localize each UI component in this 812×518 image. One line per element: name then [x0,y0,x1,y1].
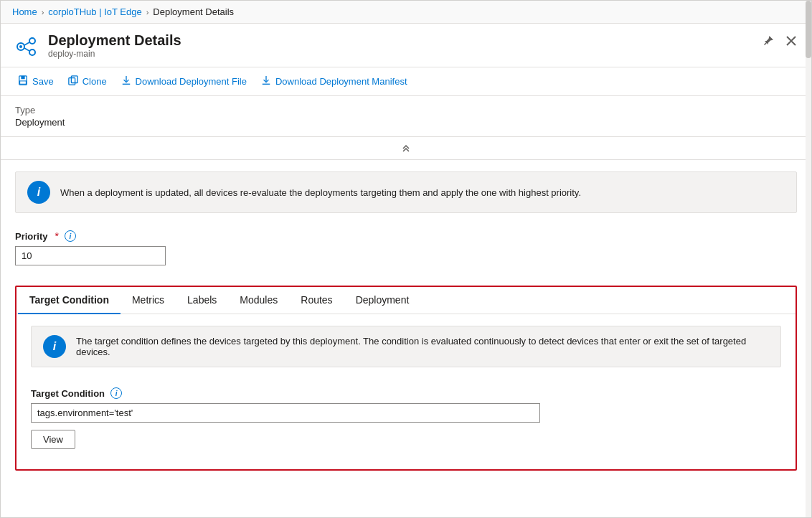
scrollbar-thumb[interactable] [806,1,811,58]
tab-target-condition[interactable]: Target Condition [18,287,121,314]
collapse-row [1,137,811,160]
breadcrumb-sep-1: › [42,8,44,17]
priority-label-row: Priority * i [15,230,797,242]
svg-rect-8 [20,81,27,84]
type-value: Deployment [15,117,797,128]
collapse-button[interactable] [395,140,417,156]
breadcrumb-iot-hub[interactable]: corploTHub | IoT Edge [48,6,141,17]
clone-icon [68,75,78,88]
type-label: Type [15,105,797,116]
svg-rect-10 [71,76,77,83]
priority-input[interactable] [15,246,166,265]
download-file-button[interactable]: Download Deployment File [115,72,252,91]
update-info-text: When a deployment is updated, all device… [60,187,581,198]
target-condition-input[interactable] [31,403,540,423]
svg-point-1 [29,38,35,44]
close-button[interactable] [783,32,800,50]
pin-button[interactable] [760,32,777,50]
info-icon-1: i [27,181,50,204]
target-condition-info-icon[interactable]: i [110,387,122,399]
download-file-icon [121,75,131,88]
panel-header: Deployment Details deploy-main [1,24,811,67]
view-button[interactable]: View [31,430,75,449]
svg-point-2 [29,50,35,55]
save-label: Save [32,76,54,87]
target-condition-label-row: Target Condition i [31,387,781,399]
target-condition-section: Target Condition i View [16,379,796,458]
target-condition-info-text: The target condition defines the devices… [76,336,769,357]
update-info-banner: i When a deployment is updated, all devi… [15,171,797,213]
toolbar: Save Clone Download Deployment File [1,67,811,96]
clone-button[interactable]: Clone [62,72,113,91]
svg-rect-9 [69,78,75,85]
tabs-section: Target Condition Metrics Labels Modules … [15,286,797,471]
required-star: * [55,230,59,242]
svg-line-4 [24,48,29,51]
breadcrumb: Home › corploTHub | IoT Edge › Deploymen… [1,1,811,24]
panel-subtitle: deploy-main [48,49,181,59]
download-manifest-label: Download Deployment Manifest [275,76,407,87]
svg-rect-7 [21,76,24,79]
svg-line-3 [24,42,29,45]
tab-modules[interactable]: Modules [228,287,289,314]
tab-metrics[interactable]: Metrics [121,287,176,314]
priority-info-icon[interactable]: i [65,230,76,242]
priority-label: Priority [15,231,48,242]
priority-section: Priority * i [1,225,811,274]
type-section: Type Deployment [1,96,811,137]
scrollbar-track[interactable] [806,1,811,517]
panel-title: Deployment Details [48,32,181,49]
save-button[interactable]: Save [12,72,60,91]
tabs-bar: Target Condition Metrics Labels Modules … [16,287,796,314]
header-title-block: Deployment Details deploy-main [48,32,181,59]
info-icon-2: i [43,335,66,358]
target-condition-info-banner: i The target condition defines the devic… [31,326,781,367]
clone-label: Clone [82,76,107,87]
tab-routes[interactable]: Routes [289,287,344,314]
deployment-icon [12,32,41,61]
download-file-label: Download Deployment File [136,76,247,87]
deployment-details-panel: Home › corploTHub | IoT Edge › Deploymen… [0,0,812,518]
breadcrumb-home[interactable]: Home [12,6,37,17]
breadcrumb-current: Deployment Details [153,6,234,17]
tab-content: i The target condition defines the devic… [16,326,796,469]
tab-deployment[interactable]: Deployment [344,287,421,314]
save-icon [18,75,28,88]
tab-labels[interactable]: Labels [176,287,228,314]
header-actions [760,32,800,50]
download-manifest-icon [261,75,271,88]
download-manifest-button[interactable]: Download Deployment Manifest [255,72,413,91]
breadcrumb-sep-2: › [146,8,149,17]
target-condition-label: Target Condition [31,388,105,399]
content-area: Type Deployment i When a deployment is u… [1,96,811,517]
svg-point-5 [19,45,22,48]
